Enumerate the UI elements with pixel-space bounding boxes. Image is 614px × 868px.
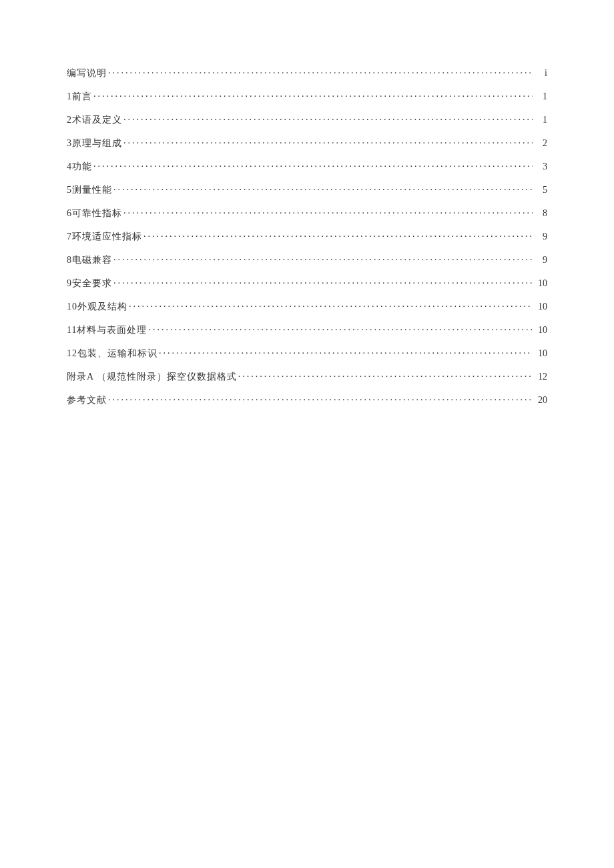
toc-entry: 12包装、运输和标识 10 — [67, 347, 547, 360]
toc-page-number: 9 — [534, 232, 547, 242]
toc-label: 2术语及定义 — [67, 114, 122, 126]
toc-label: 11材料与表面处理 — [67, 324, 147, 336]
toc-entry: 4功能 3 — [67, 160, 547, 173]
toc-entry: 8电磁兼容 9 — [67, 254, 547, 266]
toc-page-number: 10 — [534, 348, 547, 359]
toc-page-number: 10 — [534, 278, 547, 289]
toc-leader-dots — [123, 207, 533, 216]
toc-label: 4功能 — [67, 161, 92, 173]
toc-label: 12包装、运输和标识 — [67, 348, 158, 360]
toc-label: 1前言 — [67, 91, 92, 103]
toc-leader-dots — [113, 277, 533, 286]
toc-page-number: 8 — [534, 208, 547, 219]
toc-entry: 3原理与组成 2 — [67, 137, 547, 149]
toc-page-number: 1 — [534, 91, 547, 102]
toc-leader-dots — [113, 254, 533, 263]
toc-entry: 附录A （规范性附录）探空仪数据格式 12 — [67, 370, 547, 383]
toc-page-number: 10 — [534, 325, 547, 336]
table-of-contents: 编写说明 i 1前言 1 2术语及定义 1 3原理与组成 2 4功能 3 5测量… — [67, 67, 547, 406]
toc-leader-dots — [143, 230, 533, 240]
toc-entry: 9安全要求 10 — [67, 277, 547, 290]
toc-page-number: 12 — [534, 372, 547, 382]
toc-leader-dots — [113, 183, 533, 193]
toc-label: 参考文献 — [67, 394, 107, 406]
toc-leader-dots — [159, 347, 533, 356]
toc-page-number: 3 — [534, 161, 547, 172]
toc-label: 编写说明 — [67, 67, 107, 79]
toc-entry: 编写说明 i — [67, 67, 547, 79]
toc-leader-dots — [93, 160, 533, 169]
toc-page-number: 20 — [534, 395, 547, 406]
toc-page-number: i — [534, 68, 547, 79]
toc-label: 6可靠性指标 — [67, 207, 122, 220]
toc-leader-dots — [123, 113, 533, 123]
toc-page-number: 5 — [534, 185, 547, 195]
toc-label: 附录A （规范性附录）探空仪数据格式 — [67, 371, 237, 383]
toc-entry: 10外观及结构 10 — [67, 300, 547, 313]
toc-label: 3原理与组成 — [67, 137, 122, 149]
toc-label: 5测量性能 — [67, 184, 112, 196]
toc-label: 7环境适应性指标 — [67, 231, 142, 243]
toc-label: 9安全要求 — [67, 278, 112, 290]
toc-entry: 2术语及定义 1 — [67, 113, 547, 126]
toc-page-number: 2 — [534, 138, 547, 149]
toc-page-number: 10 — [534, 302, 547, 312]
toc-leader-dots — [123, 137, 533, 146]
toc-label: 10外观及结构 — [67, 301, 127, 313]
toc-entry: 1前言 1 — [67, 90, 547, 103]
toc-page-number: 1 — [534, 115, 547, 125]
toc-leader-dots — [238, 370, 533, 380]
toc-leader-dots — [93, 90, 533, 99]
toc-entry: 6可靠性指标 8 — [67, 207, 547, 220]
toc-page-number: 9 — [534, 255, 547, 266]
toc-entry: 参考文献 20 — [67, 394, 547, 406]
toc-entry: 5测量性能 5 — [67, 183, 547, 196]
toc-entry: 11材料与表面处理 10 — [67, 324, 547, 336]
toc-leader-dots — [148, 324, 533, 333]
toc-leader-dots — [108, 67, 533, 76]
toc-label: 8电磁兼容 — [67, 254, 112, 266]
toc-leader-dots — [129, 300, 533, 310]
toc-entry: 7环境适应性指标 9 — [67, 230, 547, 243]
toc-leader-dots — [108, 394, 533, 403]
